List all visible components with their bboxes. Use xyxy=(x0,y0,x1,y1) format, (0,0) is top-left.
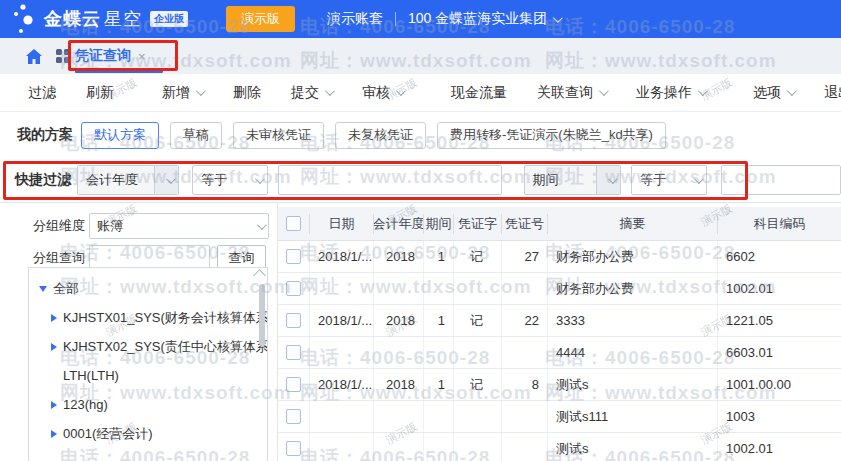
cell-日期 xyxy=(310,337,374,368)
scheme-button-2[interactable]: 草稿 xyxy=(170,122,222,149)
quick-filter-bar: 快捷过滤 会计年度 等于 期间 等于 xyxy=(0,158,841,203)
toolbar-item-label: 刷新 xyxy=(86,84,114,102)
scheme-button-5[interactable]: 费用转移-凭证演示(朱晓兰_kd共享) xyxy=(437,122,666,149)
toolbar-item-label: 新增 xyxy=(162,84,190,102)
row-checkbox[interactable] xyxy=(286,249,301,264)
app-logo-text: 金蝶云星空 xyxy=(44,7,142,31)
column-header-凭证字[interactable]: 凭证字 xyxy=(454,214,502,234)
toolbar-item-选项[interactable]: 选项 xyxy=(753,84,794,102)
row-checkbox[interactable] xyxy=(286,313,301,328)
cell-科目编码: 1003 xyxy=(718,401,841,432)
select-all-checkbox[interactable] xyxy=(286,216,301,231)
cell-凭证字 xyxy=(454,273,502,304)
tree-expand-icon[interactable] xyxy=(51,401,57,409)
filter-field-select-1[interactable]: 会计年度 xyxy=(77,165,179,195)
tab-voucher-query[interactable]: 凭证查询 × xyxy=(75,38,146,74)
column-header-凭证号[interactable]: 凭证号 xyxy=(502,214,548,234)
tree-item-3[interactable]: KJHSTX02_SYS(责任中心核算体系) xyxy=(29,332,267,361)
tree-expand-icon[interactable] xyxy=(39,286,47,292)
toolbar-item-退出[interactable]: 退出 xyxy=(824,84,841,102)
logo-text-bold: 金蝶云 xyxy=(44,9,101,29)
top-header-bar: 金蝶云星空 企业版 演示版 演示账套 100 金蝶蓝海实业集团 xyxy=(0,0,841,38)
row-checkbox[interactable] xyxy=(286,377,301,392)
row-checkbox-cell xyxy=(278,401,310,432)
cell-日期: 2018/1/... xyxy=(310,241,374,272)
row-checkbox[interactable] xyxy=(286,409,301,424)
account-set-label[interactable]: 演示账套 xyxy=(327,10,383,28)
tree-scrollbar-thumb[interactable] xyxy=(259,284,265,346)
tab-bar: 凭证查询 × xyxy=(0,38,841,74)
cell-期间 xyxy=(424,433,454,461)
filter-field-value-2: 期间 xyxy=(525,171,597,189)
cell-凭证字 xyxy=(454,433,502,461)
chevron-down-icon[interactable] xyxy=(553,13,563,23)
tab-active-underline xyxy=(75,70,163,73)
cell-期间 xyxy=(424,401,454,432)
tree-item-5[interactable]: 123(hg) xyxy=(29,390,267,419)
group-dimension-select[interactable]: 账簿 xyxy=(89,213,269,239)
menu-grid-icon[interactable] xyxy=(56,49,70,63)
tree-expand-icon[interactable] xyxy=(51,430,57,438)
column-header-日期[interactable]: 日期 xyxy=(310,214,374,234)
tree-expand-icon[interactable] xyxy=(51,314,57,322)
toolbar-item-关联查询[interactable]: 关联查询 xyxy=(537,84,606,102)
row-checkbox[interactable] xyxy=(286,441,301,456)
toolbar-item-审核[interactable]: 审核 xyxy=(362,84,403,102)
toolbar-item-刷新[interactable]: 刷新 xyxy=(86,84,114,102)
home-icon[interactable] xyxy=(26,49,42,64)
toolbar: 过滤刷新新增删除提交审核现金流量关联查询业务操作选项退出 xyxy=(0,74,841,112)
filter-operator-value-1: 等于 xyxy=(193,171,243,189)
toolbar-item-过滤[interactable]: 过滤 xyxy=(28,84,56,102)
tab-close-icon[interactable]: × xyxy=(138,49,146,64)
scheme-button-3[interactable]: 未审核凭证 xyxy=(233,122,324,149)
cell-凭证字: 记 xyxy=(454,305,502,336)
organization-selector[interactable]: 100 金蝶蓝海实业集团 xyxy=(408,10,547,28)
column-header-期间[interactable]: 期间 xyxy=(424,214,454,234)
column-header-科目编码[interactable]: 科目编码 xyxy=(718,214,841,234)
chevron-down-icon xyxy=(246,223,268,230)
tree-item-label: 全部 xyxy=(53,280,79,298)
tree-item-4[interactable]: LTH(LTH) xyxy=(29,361,267,390)
group-dimension-label: 分组维度 xyxy=(33,217,85,235)
cell-会计年度: 2018 xyxy=(374,241,424,272)
toolbar-item-提交[interactable]: 提交 xyxy=(291,84,332,102)
row-checkbox[interactable] xyxy=(286,345,301,360)
tree-item-1[interactable]: 全部 xyxy=(29,274,267,303)
toolbar-item-label: 删除 xyxy=(233,84,261,102)
filter-operator-select-1[interactable]: 等于 xyxy=(192,165,268,195)
chevron-down-icon xyxy=(682,177,706,184)
column-header-会计年度[interactable]: 会计年度 xyxy=(374,214,424,234)
scheme-button-4[interactable]: 未复核凭证 xyxy=(335,122,426,149)
quick-filter-label: 快捷过滤 xyxy=(15,171,71,189)
cell-摘要: 财务部办公费 xyxy=(548,241,718,272)
column-header-摘要[interactable]: 摘要 xyxy=(548,214,718,234)
cell-日期 xyxy=(310,401,374,432)
filter-field-select-2[interactable]: 期间 xyxy=(524,165,622,195)
tree-expand-icon[interactable] xyxy=(51,343,57,351)
cell-科目编码: 1001.00.00 xyxy=(718,369,841,400)
toolbar-item-业务操作[interactable]: 业务操作 xyxy=(636,84,705,102)
demo-version-button[interactable]: 演示版 xyxy=(226,6,295,32)
cell-凭证号 xyxy=(502,337,548,368)
filter-operator-value-2: 等于 xyxy=(632,171,682,189)
tree-item-6[interactable]: 0001(经营会计) xyxy=(29,419,267,448)
chevron-down-icon xyxy=(787,86,797,96)
cell-摘要: 财务部办公费 xyxy=(548,273,718,304)
cell-会计年度 xyxy=(374,433,424,461)
cell-摘要: 3333 xyxy=(548,305,718,336)
cell-日期: 2018/1/... xyxy=(310,305,374,336)
cell-凭证号: 27 xyxy=(502,241,548,272)
filter-operator-select-2[interactable]: 等于 xyxy=(631,165,707,195)
filter-value-input-2[interactable] xyxy=(721,165,841,195)
table-row: 财务部办公费1002.01 xyxy=(278,273,841,305)
toolbar-item-现金流量[interactable]: 现金流量 xyxy=(451,84,507,102)
cell-凭证号 xyxy=(502,273,548,304)
row-checkbox[interactable] xyxy=(286,281,301,296)
chevron-down-icon xyxy=(325,86,335,96)
edition-badge: 企业版 xyxy=(150,11,188,27)
toolbar-item-新增[interactable]: 新增 xyxy=(162,84,203,102)
toolbar-item-删除[interactable]: 删除 xyxy=(233,84,261,102)
tree-item-2[interactable]: KJHSTX01_SYS(财务会计核算体系) xyxy=(29,303,267,332)
filter-value-input-1[interactable] xyxy=(278,165,501,195)
scheme-button-1[interactable]: 默认方案 xyxy=(81,122,159,149)
